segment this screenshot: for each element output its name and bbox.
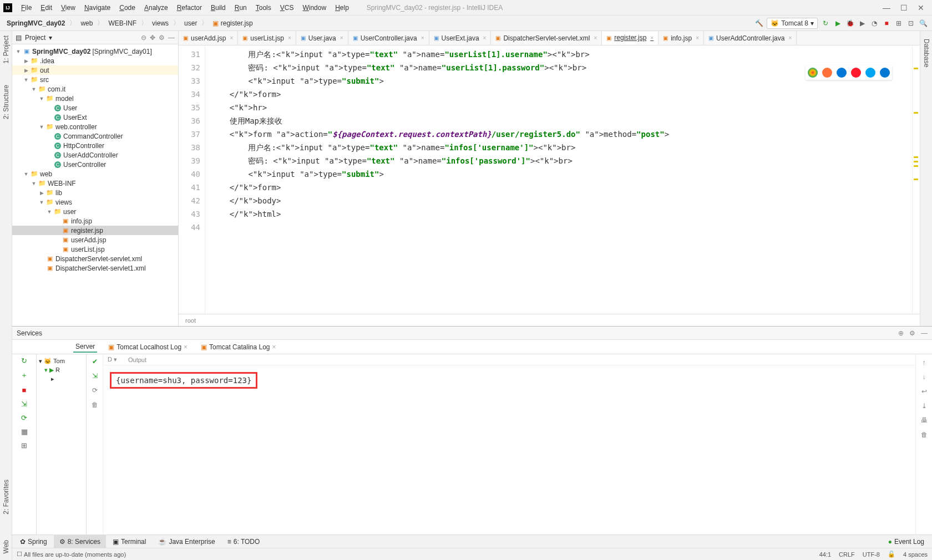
caret-position[interactable]: 44:1 (819, 551, 831, 558)
update-icon[interactable]: ⟳ (21, 414, 27, 422)
tree-node[interactable]: HttpController (12, 141, 178, 150)
file-encoding[interactable]: UTF-8 (863, 551, 880, 558)
tree-node[interactable]: UserAddController (12, 150, 178, 160)
menu-code[interactable]: Code (115, 4, 140, 12)
services-tab[interactable]: Server (73, 342, 97, 353)
tree-node[interactable]: userAdd.jsp (12, 235, 178, 245)
editor-tab[interactable]: ▣UserExt.java× (429, 31, 492, 45)
menu-tools[interactable]: Tools (251, 4, 276, 12)
run-config-selector[interactable]: 🐱 Tomcat 8 ▾ (767, 18, 818, 29)
tree-node[interactable]: User (12, 103, 178, 113)
chrome-icon[interactable] (808, 68, 818, 78)
breadcrumb-item[interactable]: WEB-INF (106, 19, 139, 27)
menu-vcs[interactable]: VCS (276, 4, 298, 12)
deploy-icon[interactable]: ⇲ (21, 400, 27, 408)
menu-analyze[interactable]: Analyze (140, 4, 173, 12)
tree-node[interactable]: UserController (12, 160, 178, 169)
collapse-icon[interactable]: ⊖ (141, 34, 146, 42)
bottom-tab-8-services[interactable]: ⚙8: Services (54, 535, 106, 548)
dump-icon[interactable]: 🗑 (92, 401, 98, 409)
clear-icon[interactable]: 🗑 (921, 431, 928, 439)
structure-icon[interactable]: ⊞ (894, 19, 903, 28)
tree-node[interactable]: ▶out (12, 65, 178, 75)
build-icon[interactable]: 🔨 (754, 19, 763, 28)
scroll-up-icon[interactable]: ↑ (923, 359, 926, 366)
event-log-tab[interactable]: ●Event Log (883, 535, 930, 548)
editor-tab[interactable]: ▣DispatcherServlet-servlet.xml× (491, 31, 602, 45)
line-ending[interactable]: CRLF (839, 551, 855, 558)
layout-icon[interactable]: ⊞ (21, 441, 27, 450)
tree-node[interactable]: ▶.idea (12, 56, 178, 65)
services-tree[interactable]: ▾ 🐱Tom ▾ ▶R ▸ (37, 354, 87, 534)
services-tab[interactable]: ▣ Tomcat Catalina Log × (199, 342, 278, 352)
edge-icon[interactable] (880, 68, 890, 78)
tree-node[interactable]: DispatcherServlet-servlet.xml (12, 254, 178, 263)
gear-icon[interactable]: ⚙ (159, 34, 165, 42)
breadcrumb-item[interactable]: ▣ register.jsp (210, 19, 255, 27)
tree-node[interactable]: ▶lib (12, 188, 178, 197)
coverage-icon[interactable]: ▶ (858, 19, 867, 28)
menu-build[interactable]: Build (206, 4, 230, 12)
restart-icon[interactable]: ↻ (821, 19, 830, 28)
services-tab[interactable]: ▣ Tomcat Localhost Log × (106, 342, 190, 352)
output-tab-d[interactable]: D ▾ (108, 356, 117, 363)
stop-icon[interactable]: ■ (22, 386, 27, 394)
bottom-tab-terminal[interactable]: ▣Terminal (107, 535, 151, 548)
minimize-button[interactable]: — (883, 3, 890, 12)
tree-node[interactable]: ▼model (12, 94, 178, 103)
stop-icon[interactable]: ■ (882, 19, 891, 28)
menu-edit[interactable]: Edit (36, 4, 57, 12)
opera-icon[interactable] (851, 68, 861, 78)
tree-node[interactable]: ▼views (12, 197, 178, 207)
breadcrumb-item[interactable]: user (182, 19, 199, 27)
code-breadcrumb[interactable]: root (179, 314, 920, 326)
safari-icon[interactable] (837, 68, 847, 78)
tree-node[interactable]: ▼web (12, 169, 178, 179)
console-output[interactable]: {username=shu3, password=123} (103, 365, 915, 534)
indent-setting[interactable]: 4 spaces (903, 551, 928, 558)
project-tree[interactable]: ▼SpringMVC_day02 [SpringMVC_day01]▶.idea… (12, 44, 178, 326)
soft-wrap-icon[interactable]: ↩ (921, 388, 927, 395)
debug-icon[interactable]: 🐞 (845, 19, 854, 28)
run-icon[interactable]: ▶ (833, 19, 842, 28)
project-toolwindow-tab[interactable]: 1: Project (1, 33, 11, 66)
database-toolwindow-tab[interactable]: Database (921, 37, 931, 69)
tree-node[interactable]: userList.jsp (12, 245, 178, 254)
breadcrumb-item[interactable]: views (150, 19, 171, 27)
firefox-icon[interactable] (822, 68, 832, 78)
tree-node[interactable]: ▼user (12, 207, 178, 216)
favorites-toolwindow-tab[interactable]: 2: Favorites (1, 477, 11, 517)
close-button[interactable]: ✕ (918, 3, 924, 12)
structure-toolwindow-tab[interactable]: 2: Structure (1, 83, 11, 121)
breadcrumb-item[interactable]: SpringMVC_day02 (4, 19, 67, 27)
menu-file[interactable]: File (17, 4, 36, 12)
bottom-tab-6-todo[interactable]: ≡6: TODO (222, 535, 266, 548)
menu-navigate[interactable]: Navigate (80, 4, 115, 12)
refresh-icon[interactable]: ⟳ (92, 386, 98, 394)
tree-node[interactable]: ▼src (12, 75, 178, 84)
tree-node[interactable]: CommandController (12, 131, 178, 141)
breadcrumb-item[interactable]: web (78, 19, 95, 27)
scroll-end-icon[interactable]: ⤓ (921, 402, 927, 410)
menu-run[interactable]: Run (230, 4, 251, 12)
add-icon[interactable]: ＋ (21, 370, 28, 380)
deploy-icon[interactable]: ⇲ (92, 372, 98, 380)
target-icon[interactable]: ✥ (150, 34, 155, 42)
search-icon[interactable]: 🔍 (919, 19, 928, 28)
bottom-tab-java-enterprise[interactable]: ☕Java Enterprise (153, 535, 220, 548)
code-editor[interactable]: 用户名:<"k">input "a">type="text" "a">name=… (205, 45, 912, 314)
editor-tab[interactable]: ▣UserAddController.java× (704, 31, 797, 45)
menu-view[interactable]: View (57, 4, 80, 12)
chevron-down-icon[interactable]: ▾ (49, 34, 52, 42)
menu-refactor[interactable]: Refactor (173, 4, 206, 12)
readonly-icon[interactable]: 🔓 (888, 551, 895, 558)
hide-icon[interactable]: — (168, 34, 175, 42)
print-icon[interactable]: 🖶 (921, 416, 928, 424)
tree-node[interactable]: DispatcherServlet-servlet1.xml (12, 263, 178, 273)
gear-icon[interactable]: ⚙ (909, 329, 915, 337)
menu-window[interactable]: Window (298, 4, 331, 12)
tree-node[interactable]: register.jsp (12, 226, 178, 235)
filter-icon[interactable]: ▦ (21, 427, 28, 436)
editor-tab[interactable]: ▣User.java× (296, 31, 348, 45)
tree-node[interactable]: ▼web.controller (12, 122, 178, 131)
